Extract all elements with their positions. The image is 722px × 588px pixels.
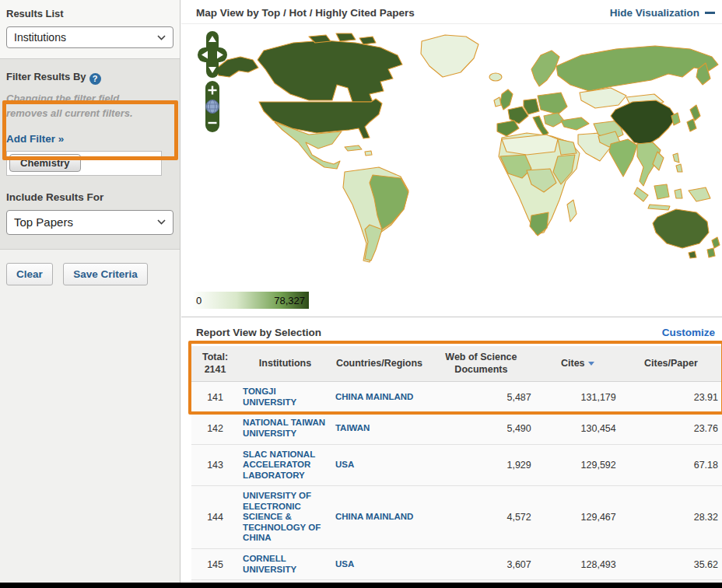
country-link[interactable]: CHINA MAINLAND	[335, 512, 423, 523]
results-list-select[interactable]: Institutions	[6, 26, 173, 48]
include-results-select[interactable]: Top Papers	[6, 210, 173, 235]
map-region-china	[611, 100, 676, 145]
bottom-black-bar	[0, 583, 722, 588]
map-region-turkey	[561, 117, 589, 130]
include-results-value: Top Papers	[14, 215, 73, 229]
institution-link[interactable]: UNIVERSITY OF ELECTRONIC SCIENCE & TECHN…	[243, 491, 328, 544]
map-region-japan	[690, 105, 700, 121]
docs-cell: 1,929	[427, 444, 535, 486]
cites-cell: 128,493	[535, 549, 620, 580]
rank-cell: 142	[191, 413, 239, 444]
map-header: Map View by Top / Hot / Highly Cited Pap…	[181, 0, 722, 24]
map-region-java	[648, 205, 670, 210]
header-cites-sort[interactable]: Cites	[535, 346, 620, 382]
report-header: Report View by Selection Customize	[181, 317, 722, 346]
map-region-argentina	[365, 225, 382, 261]
map-region-philippines	[676, 164, 682, 172]
map-region-south-africa	[530, 212, 549, 236]
docs-cell: 5,490	[427, 413, 535, 444]
rank-cell: 145	[191, 549, 239, 580]
chevron-down-icon	[157, 35, 166, 40]
map-region-philippines	[673, 153, 679, 163]
cites-cell: 130,454	[535, 413, 620, 444]
country-link[interactable]: USA	[335, 559, 423, 570]
map-region-eastern-europe	[538, 93, 567, 114]
map-region-scandinavia	[531, 51, 559, 86]
cites-paper-cell: 23.76	[620, 413, 722, 444]
country-link[interactable]: USA	[335, 460, 423, 471]
header-cites-paper[interactable]: Cites/Paper	[620, 346, 722, 382]
table-row: 143 SLAC NATIONAL ACCELERATOR LABORATORY…	[191, 444, 722, 486]
add-filter-link[interactable]: Add Filter »	[6, 133, 64, 145]
institution-link[interactable]: SLAC NATIONAL ACCELERATOR LABORATORY	[243, 450, 328, 481]
cites-paper-cell: 35.62	[620, 549, 722, 580]
map-region-canada	[258, 40, 402, 102]
clear-button[interactable]: Clear	[6, 263, 53, 285]
institution-link[interactable]: NATIONAL TAIWAN UNIVERSITY	[243, 418, 328, 439]
map-region-australia	[653, 209, 709, 248]
cites-cell: 129,467	[535, 486, 620, 549]
country-link[interactable]: TAIWAN	[335, 423, 423, 434]
map-region-arctic-island	[359, 37, 376, 44]
map-legend: 0 78,327	[192, 292, 309, 309]
table-row: 141 TONGJI UNIVERSITY CHINA MAINLAND 5,4…	[191, 382, 722, 413]
filter-title: Filter Results By	[6, 71, 173, 85]
docs-cell: 4,572	[427, 486, 535, 549]
cites-paper-cell: 23.91	[620, 382, 722, 413]
map-region-borneo	[654, 184, 669, 199]
header-institutions[interactable]: Institutions	[239, 346, 331, 382]
map-region-egypt	[558, 139, 577, 155]
map-region-sulawesi	[675, 189, 682, 198]
rank-cell: 144	[191, 486, 239, 549]
map-region-greenland	[421, 35, 478, 77]
map-region-iberia	[497, 121, 519, 136]
report-table: Total: 2141 Institutions Countries/Regio…	[191, 346, 722, 588]
report-title: Report View by Selection	[196, 327, 321, 338]
table-row: 144 UNIVERSITY OF ELECTRONIC SCIENCE & T…	[191, 486, 722, 549]
map-region-new-zealand	[712, 237, 720, 248]
header-countries[interactable]: Countries/Regions	[331, 346, 427, 382]
include-results-label: Include Results For	[6, 191, 173, 203]
help-question-icon[interactable]	[89, 73, 101, 85]
map-region-new-guinea	[689, 187, 710, 201]
cites-cell: 129,592	[535, 444, 620, 486]
table-row: 142 NATIONAL TAIWAN UNIVERSITY TAIWAN 5,…	[191, 413, 722, 444]
map-region-uk	[500, 89, 513, 110]
map-region-sumatra	[634, 187, 648, 201]
header-wos-documents[interactable]: Web of Science Documents	[427, 346, 535, 382]
cites-cell: 131,179	[535, 382, 620, 413]
cites-paper-cell: 28.32	[620, 486, 722, 549]
filter-chip-chemistry[interactable]: Chemistry	[9, 154, 81, 172]
header-total: Total: 2141	[191, 346, 239, 382]
active-filter-box: Chemistry	[6, 151, 162, 176]
world-choropleth-map[interactable]	[192, 29, 721, 271]
map-region-ireland	[494, 97, 501, 107]
globe-icon[interactable]	[206, 100, 219, 114]
map-region-cuba	[345, 145, 362, 151]
minus-icon	[705, 12, 715, 14]
filter-panel: Filter Results By Changing the filter fi…	[0, 58, 180, 250]
map-region-tasmania	[689, 251, 696, 258]
map-region-iceland	[489, 73, 502, 81]
chevron-down-icon	[157, 219, 166, 225]
table-row: 145 CORNELL UNIVERSITY USA 3,607 128,493…	[191, 549, 722, 580]
docs-cell: 3,607	[427, 549, 535, 580]
country-link[interactable]: CHINA MAINLAND	[335, 392, 423, 403]
map-title: Map View by Top / Hot / Highly Cited Pap…	[196, 7, 415, 19]
filter-note: Changing the filter field removes all cu…	[6, 92, 173, 121]
map-area: 0 78,327	[181, 24, 722, 317]
legend-max: 78,327	[274, 295, 305, 306]
results-list-label: Results List	[6, 8, 173, 19]
map-region-balkans	[544, 113, 564, 127]
map-controls	[196, 31, 229, 134]
map-region-usa	[259, 99, 382, 138]
map-region-hispaniola	[365, 151, 372, 156]
results-list-section: Results List Institutions	[0, 0, 180, 58]
table-header-row: Total: 2141 Institutions Countries/Regio…	[191, 346, 722, 382]
customize-link[interactable]: Customize	[662, 327, 715, 338]
save-criteria-button[interactable]: Save Criteria	[63, 263, 148, 285]
institution-link[interactable]: TONGJI UNIVERSITY	[243, 387, 328, 408]
institution-link[interactable]: CORNELL UNIVERSITY	[243, 554, 328, 575]
legend-min: 0	[196, 295, 202, 306]
hide-visualization-link[interactable]: Hide Visualization	[610, 7, 715, 19]
